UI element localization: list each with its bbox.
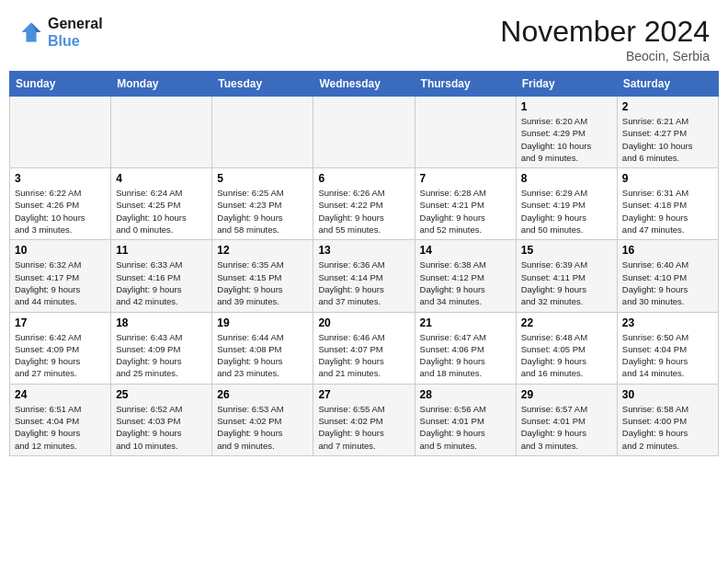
col-friday: Friday [516,72,617,97]
calendar-cell: 8Sunrise: 6:29 AM Sunset: 4:19 PM Daylig… [516,168,617,240]
day-info: Sunrise: 6:53 AM Sunset: 4:02 PM Dayligh… [217,403,308,452]
calendar-cell [313,97,415,168]
day-number: 23 [622,316,713,329]
day-info: Sunrise: 6:24 AM Sunset: 4:25 PM Dayligh… [116,187,207,236]
calendar-cell: 16Sunrise: 6:40 AM Sunset: 4:10 PM Dayli… [617,240,718,312]
calendar-cell: 23Sunrise: 6:50 AM Sunset: 4:04 PM Dayli… [617,312,718,384]
day-number: 8 [521,172,612,185]
calendar-cell: 30Sunrise: 6:58 AM Sunset: 4:00 PM Dayli… [617,384,718,455]
calendar-cell: 10Sunrise: 6:32 AM Sunset: 4:17 PM Dayli… [10,240,111,312]
title-block: November 2024 Beocin, Serbia [500,15,710,63]
day-number: 12 [217,244,308,257]
day-info: Sunrise: 6:42 AM Sunset: 4:09 PM Dayligh… [15,331,106,380]
day-info: Sunrise: 6:58 AM Sunset: 4:00 PM Dayligh… [622,403,713,452]
day-number: 2 [622,100,713,113]
calendar-cell: 5Sunrise: 6:25 AM Sunset: 4:23 PM Daylig… [212,168,313,240]
calendar-cell: 25Sunrise: 6:52 AM Sunset: 4:03 PM Dayli… [111,384,212,455]
day-number: 15 [521,244,612,257]
day-info: Sunrise: 6:33 AM Sunset: 4:16 PM Dayligh… [116,259,207,307]
day-number: 14 [420,244,511,257]
week-row-1: 1Sunrise: 6:20 AM Sunset: 4:29 PM Daylig… [10,97,719,168]
calendar-cell: 29Sunrise: 6:57 AM Sunset: 4:01 PM Dayli… [516,384,617,455]
calendar-cell: 28Sunrise: 6:56 AM Sunset: 4:01 PM Dayli… [415,384,516,455]
day-info: Sunrise: 6:43 AM Sunset: 4:09 PM Dayligh… [116,331,207,380]
month-title: November 2024 [500,15,710,49]
day-info: Sunrise: 6:55 AM Sunset: 4:02 PM Dayligh… [318,403,409,452]
day-number: 24 [15,388,106,401]
week-row-2: 3Sunrise: 6:22 AM Sunset: 4:26 PM Daylig… [10,168,719,240]
day-info: Sunrise: 6:22 AM Sunset: 4:26 PM Dayligh… [15,187,106,236]
day-number: 20 [318,316,409,329]
day-number: 6 [318,172,409,185]
day-number: 18 [116,316,207,329]
calendar-cell: 17Sunrise: 6:42 AM Sunset: 4:09 PM Dayli… [10,312,111,384]
page-header: General Blue November 2024 Beocin, Serbi… [0,0,728,71]
calendar-cell: 18Sunrise: 6:43 AM Sunset: 4:09 PM Dayli… [111,312,212,384]
day-info: Sunrise: 6:36 AM Sunset: 4:14 PM Dayligh… [318,259,409,307]
col-wednesday: Wednesday [313,72,415,97]
calendar-cell: 22Sunrise: 6:48 AM Sunset: 4:05 PM Dayli… [516,312,617,384]
week-row-3: 10Sunrise: 6:32 AM Sunset: 4:17 PM Dayli… [10,240,719,312]
day-info: Sunrise: 6:56 AM Sunset: 4:01 PM Dayligh… [420,403,511,452]
week-row-4: 17Sunrise: 6:42 AM Sunset: 4:09 PM Dayli… [10,312,719,384]
day-info: Sunrise: 6:46 AM Sunset: 4:07 PM Dayligh… [318,331,409,380]
logo: General Blue [18,15,103,50]
calendar-cell: 2Sunrise: 6:21 AM Sunset: 4:27 PM Daylig… [617,97,718,168]
calendar-cell: 27Sunrise: 6:55 AM Sunset: 4:02 PM Dayli… [313,384,415,455]
calendar-body: 1Sunrise: 6:20 AM Sunset: 4:29 PM Daylig… [10,97,719,456]
col-sunday: Sunday [10,72,111,97]
calendar-cell: 19Sunrise: 6:44 AM Sunset: 4:08 PM Dayli… [212,312,313,384]
day-info: Sunrise: 6:47 AM Sunset: 4:06 PM Dayligh… [420,331,511,380]
calendar-cell: 15Sunrise: 6:39 AM Sunset: 4:11 PM Dayli… [516,240,617,312]
day-number: 30 [622,388,713,401]
day-info: Sunrise: 6:21 AM Sunset: 4:27 PM Dayligh… [622,115,713,164]
day-info: Sunrise: 6:29 AM Sunset: 4:19 PM Dayligh… [521,187,612,236]
calendar-cell: 21Sunrise: 6:47 AM Sunset: 4:06 PM Dayli… [415,312,516,384]
day-info: Sunrise: 6:38 AM Sunset: 4:12 PM Dayligh… [420,259,511,307]
day-info: Sunrise: 6:20 AM Sunset: 4:29 PM Dayligh… [521,115,612,164]
day-info: Sunrise: 6:35 AM Sunset: 4:15 PM Dayligh… [217,259,308,307]
day-number: 26 [217,388,308,401]
calendar-table: Sunday Monday Tuesday Wednesday Thursday… [9,71,719,456]
day-info: Sunrise: 6:57 AM Sunset: 4:01 PM Dayligh… [521,403,612,452]
day-info: Sunrise: 6:51 AM Sunset: 4:04 PM Dayligh… [15,403,106,452]
location: Beocin, Serbia [500,49,710,63]
day-info: Sunrise: 6:26 AM Sunset: 4:22 PM Dayligh… [318,187,409,236]
calendar-cell: 11Sunrise: 6:33 AM Sunset: 4:16 PM Dayli… [111,240,212,312]
col-saturday: Saturday [617,72,718,97]
calendar-header: Sunday Monday Tuesday Wednesday Thursday… [10,72,719,97]
col-thursday: Thursday [415,72,516,97]
calendar-cell [415,97,516,168]
calendar-cell: 7Sunrise: 6:28 AM Sunset: 4:21 PM Daylig… [415,168,516,240]
calendar-cell: 6Sunrise: 6:26 AM Sunset: 4:22 PM Daylig… [313,168,415,240]
day-info: Sunrise: 6:32 AM Sunset: 4:17 PM Dayligh… [15,259,106,307]
day-info: Sunrise: 6:50 AM Sunset: 4:04 PM Dayligh… [622,331,713,380]
calendar-cell: 20Sunrise: 6:46 AM Sunset: 4:07 PM Dayli… [313,312,415,384]
calendar-cell: 26Sunrise: 6:53 AM Sunset: 4:02 PM Dayli… [212,384,313,455]
day-number: 7 [420,172,511,185]
calendar: Sunday Monday Tuesday Wednesday Thursday… [0,71,728,465]
col-monday: Monday [111,72,212,97]
header-row: Sunday Monday Tuesday Wednesday Thursday… [10,72,719,97]
day-info: Sunrise: 6:48 AM Sunset: 4:05 PM Dayligh… [521,331,612,380]
day-number: 10 [15,244,106,257]
day-number: 27 [318,388,409,401]
calendar-cell [212,97,313,168]
col-tuesday: Tuesday [212,72,313,97]
day-number: 13 [318,244,409,257]
logo-text: General Blue [48,15,103,50]
calendar-cell [10,97,111,168]
day-number: 25 [116,388,207,401]
day-info: Sunrise: 6:44 AM Sunset: 4:08 PM Dayligh… [217,331,308,380]
calendar-cell: 13Sunrise: 6:36 AM Sunset: 4:14 PM Dayli… [313,240,415,312]
day-info: Sunrise: 6:40 AM Sunset: 4:10 PM Dayligh… [622,259,713,307]
day-number: 28 [420,388,511,401]
calendar-cell: 14Sunrise: 6:38 AM Sunset: 4:12 PM Dayli… [415,240,516,312]
day-info: Sunrise: 6:31 AM Sunset: 4:18 PM Dayligh… [622,187,713,236]
calendar-cell: 1Sunrise: 6:20 AM Sunset: 4:29 PM Daylig… [516,97,617,168]
calendar-cell: 4Sunrise: 6:24 AM Sunset: 4:25 PM Daylig… [111,168,212,240]
day-number: 19 [217,316,308,329]
day-number: 1 [521,100,612,113]
day-number: 11 [116,244,207,257]
day-number: 9 [622,172,713,185]
